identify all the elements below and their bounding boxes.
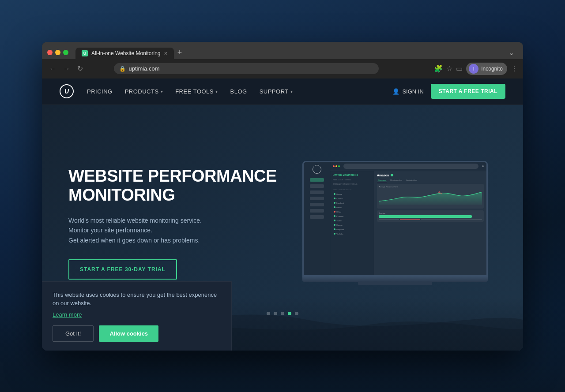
tab-favicon-icon: U bbox=[82, 50, 88, 56]
tab-close-icon[interactable]: × bbox=[164, 50, 168, 56]
cookie-actions: Got It! Allow cookies bbox=[53, 325, 221, 342]
browser-window: U All-in-one Website Monitoring × + ⌄ ← … bbox=[42, 42, 523, 351]
app-sidebar bbox=[304, 162, 330, 276]
timeline-title: Timeline bbox=[379, 212, 482, 214]
sidebar-item-3 bbox=[310, 190, 324, 194]
chart-svg bbox=[379, 189, 482, 206]
amazon-dot bbox=[334, 198, 335, 199]
traffic-lights bbox=[47, 50, 68, 55]
monitoring-header: UPTIME MONITORING bbox=[333, 174, 371, 176]
orbial-dot bbox=[334, 211, 335, 213]
app-window-controls bbox=[333, 165, 340, 167]
logo-icon: U bbox=[60, 84, 74, 98]
uptimia-dot bbox=[334, 224, 335, 226]
wikipedia-dot bbox=[334, 228, 335, 230]
nav-products[interactable]: PRODUCTS ▾ bbox=[125, 88, 163, 95]
panel-uptimia: Uptimia bbox=[333, 224, 371, 227]
hero-title: WEBSITE PERFORMANCE MONITORING bbox=[68, 167, 278, 205]
app-min-dot bbox=[335, 165, 337, 167]
minimize-window-button[interactable] bbox=[55, 50, 60, 55]
nav-free-tools[interactable]: FREE TOOLS ▾ bbox=[175, 88, 218, 95]
app-main: UPTIME MONITORING REAL CLICK TESTING TRA… bbox=[330, 162, 486, 276]
back-button[interactable]: ← bbox=[47, 64, 58, 74]
add-monitor-label: + ADD NEW MONITOR bbox=[333, 188, 371, 190]
active-tab[interactable]: U All-in-one Website Monitoring × bbox=[75, 48, 174, 59]
nav-pricing[interactable]: PRICING bbox=[87, 88, 113, 95]
sidebar-item-2 bbox=[310, 184, 324, 188]
facebook-dot bbox=[334, 202, 335, 204]
carousel-dot-2[interactable] bbox=[274, 312, 277, 315]
cookie-banner: This website uses cookies to ensure you … bbox=[42, 281, 232, 351]
nav-blog[interactable]: BLOG bbox=[230, 88, 247, 95]
app-max-dot bbox=[338, 165, 340, 167]
user-icon: 👤 bbox=[392, 88, 399, 95]
sidebar-item-4 bbox=[310, 197, 324, 200]
timeline-bar bbox=[379, 215, 472, 218]
app-logo bbox=[313, 165, 321, 174]
app-close-dot bbox=[333, 165, 335, 167]
carousel-dot-1[interactable] bbox=[267, 312, 270, 315]
site-logo[interactable]: U bbox=[60, 84, 74, 98]
cookie-learn-more-link[interactable]: Learn more bbox=[53, 311, 82, 318]
status-online-icon bbox=[391, 174, 393, 176]
new-tab-button[interactable]: + bbox=[174, 46, 186, 59]
app-content: UPTIME MONITORING REAL CLICK TESTING TRA… bbox=[330, 171, 486, 276]
toolbar-right: 🧩 ☆ ▭ I Incognito ⋮ bbox=[434, 63, 518, 75]
extensions-icon[interactable]: 🧩 bbox=[434, 64, 443, 73]
panel-facebook: Facebook bbox=[333, 202, 371, 205]
sidebar-toggle-icon[interactable]: ▭ bbox=[456, 64, 463, 73]
url-text: uptimia.com bbox=[128, 65, 159, 72]
sign-in-button[interactable]: 👤 SIGN IN bbox=[392, 88, 423, 95]
summary-tab: Summary bbox=[377, 179, 387, 182]
cookie-message: This website uses cookies to ensure you … bbox=[53, 291, 221, 308]
panel-orbial: Orbial bbox=[333, 210, 371, 213]
allow-cookies-button[interactable]: Allow cookies bbox=[99, 325, 158, 342]
app-panel-right: Amazon Summary Monitoring Log Analytics/… bbox=[374, 171, 486, 276]
real-click-label: REAL CLICK TESTING bbox=[333, 179, 371, 181]
fullscreen-window-button[interactable] bbox=[63, 50, 68, 55]
refresh-button[interactable]: ↻ bbox=[75, 63, 85, 74]
timeline-area: Timeline bbox=[377, 210, 484, 222]
close-window-button[interactable] bbox=[47, 50, 53, 55]
detail-tabs: Summary Monitoring Log Analytics/Log bbox=[377, 179, 484, 182]
google-dot bbox=[334, 193, 335, 195]
support-chevron-icon: ▾ bbox=[290, 89, 293, 94]
nav-support[interactable]: SUPPORT ▾ bbox=[260, 88, 293, 95]
browser-menu-icon[interactable]: ⌄ bbox=[505, 47, 518, 59]
app-search-bar bbox=[343, 164, 478, 169]
panel-google: Google bbox=[333, 193, 371, 196]
nav-links: PRICING PRODUCTS ▾ FREE TOOLS ▾ BLOG SUP… bbox=[87, 88, 392, 95]
profile-name: Incognito bbox=[481, 66, 503, 72]
got-it-button[interactable]: Got It! bbox=[53, 325, 94, 342]
lock-icon: 🔒 bbox=[119, 66, 126, 72]
sidebar-item-1 bbox=[310, 178, 324, 182]
laptop-mockup: UPTIME MONITORING REAL CLICK TESTING TRA… bbox=[302, 161, 488, 286]
nav-right: 👤 SIGN IN START A FREE TRIAL bbox=[392, 84, 505, 99]
app-menu-icon bbox=[482, 165, 484, 167]
hero-description: World's most reliable website monitoring… bbox=[68, 216, 278, 245]
start-trial-button[interactable]: START A FREE TRIAL bbox=[431, 84, 505, 99]
carousel-dot-5[interactable] bbox=[295, 312, 298, 315]
profile-button[interactable]: I Incognito bbox=[466, 63, 507, 75]
tab-bar: U All-in-one Website Monitoring × + bbox=[75, 46, 501, 59]
sidebar-item-5 bbox=[310, 203, 324, 206]
analytics-tab: Analytics/Log bbox=[405, 179, 418, 182]
carousel-dot-3[interactable] bbox=[281, 312, 284, 315]
hero-cta-button[interactable]: START A FREE 30-DAY TRIAL bbox=[68, 259, 177, 280]
hero-right: UPTIME MONITORING REAL CLICK TESTING TRA… bbox=[278, 161, 497, 286]
panel-right-header: Amazon bbox=[377, 174, 484, 177]
sidebar-item-7 bbox=[310, 215, 324, 219]
hero-section: WEBSITE PERFORMANCE MONITORING World's m… bbox=[42, 105, 523, 351]
sidebar-item-6 bbox=[310, 209, 324, 213]
browser-menu-dots-icon[interactable]: ⋮ bbox=[511, 64, 518, 73]
twitter-dot bbox=[334, 220, 335, 221]
browser-chrome: U All-in-one Website Monitoring × + ⌄ ← … bbox=[42, 42, 523, 78]
bookmark-icon[interactable]: ☆ bbox=[446, 64, 452, 73]
carousel-dot-4[interactable] bbox=[288, 312, 291, 315]
youtube-dot bbox=[334, 233, 335, 235]
app-screenshot: UPTIME MONITORING REAL CLICK TESTING TRA… bbox=[304, 162, 486, 276]
response-time-chart: Average Response Time bbox=[377, 184, 484, 209]
avatar: I bbox=[469, 64, 478, 74]
url-bar[interactable]: 🔒 uptimia.com bbox=[114, 63, 379, 74]
forward-button[interactable]: → bbox=[61, 64, 72, 74]
